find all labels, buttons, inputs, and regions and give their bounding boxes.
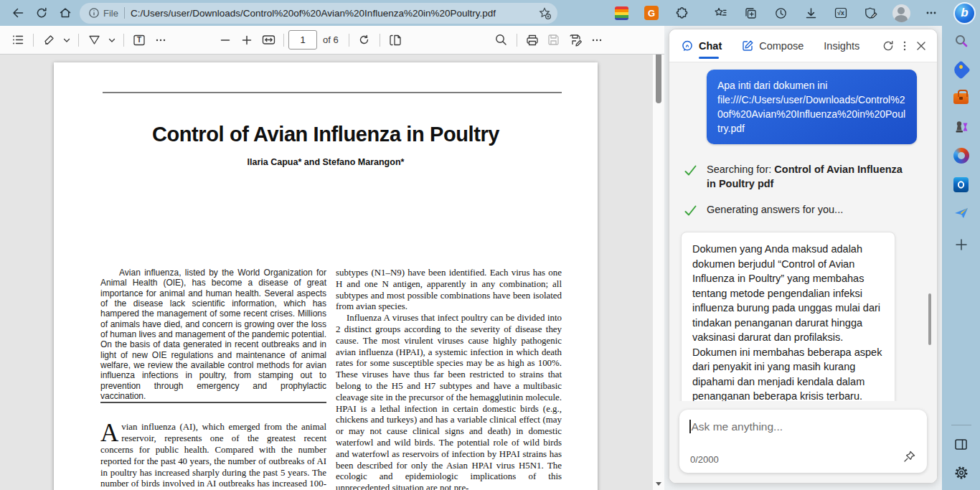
copilot-panel: Chat Compose Insights xyxy=(669,29,938,484)
rail-search-icon[interactable] xyxy=(951,31,972,51)
browser-toolbar: File C:/Users/user/Downloads/Control%20o… xyxy=(0,0,980,26)
erase-draw-icon[interactable] xyxy=(83,29,105,51)
toolbar-extensions: G √x xyxy=(565,2,976,24)
rail-microsoft365-icon[interactable] xyxy=(951,146,972,166)
pdf-canvas[interactable]: Control of Avian Influenza in Poultry Il… xyxy=(0,55,653,490)
pdf-more-icon[interactable] xyxy=(586,29,608,51)
close-panel-icon[interactable] xyxy=(913,35,930,57)
user-message-url: file:///C:/Users/user/Downloads/Control%… xyxy=(717,93,906,136)
rail-settings-gear-icon[interactable] xyxy=(951,463,972,483)
paper-column-left: Avian influenza, listed by the World Org… xyxy=(100,268,326,490)
rail-outlook-icon[interactable] xyxy=(951,174,972,194)
paper-columns: Avian influenza, listed by the World Org… xyxy=(100,268,562,490)
chat-icon xyxy=(681,39,694,52)
chat-input-box[interactable]: Ask me anything... 0/2000 xyxy=(679,410,927,473)
save-as-icon[interactable] xyxy=(565,29,586,51)
toolbar-separator xyxy=(380,34,380,47)
check-icon xyxy=(684,164,697,177)
fit-to-width-icon[interactable] xyxy=(258,29,279,51)
paper-intro-paragraph: Avian influenza (AI), which emerged from… xyxy=(100,422,326,490)
pdf-scrollbar[interactable] xyxy=(653,29,664,490)
downloads-icon[interactable] xyxy=(800,2,821,24)
toolbar-separator xyxy=(283,34,284,47)
tab-insights[interactable]: Insights xyxy=(824,29,859,62)
abstract-rule xyxy=(100,402,326,403)
table-of-contents-icon[interactable] xyxy=(7,29,29,51)
find-in-document-icon[interactable] xyxy=(491,29,512,51)
file-scheme-label: File xyxy=(103,8,118,19)
draw-dropdown-icon[interactable] xyxy=(105,29,119,51)
chat-scrollbar-thumb[interactable] xyxy=(928,293,931,345)
paper-title: Control of Avian Influenza in Poultry xyxy=(83,123,569,146)
scroll-down-icon[interactable] xyxy=(653,479,664,489)
settings-menu-icon[interactable] xyxy=(920,2,942,24)
toolbar-separator xyxy=(517,34,517,47)
add-text-icon[interactable]: T xyxy=(128,29,150,51)
drop-cap: A xyxy=(100,422,121,443)
history-icon[interactable] xyxy=(770,2,791,24)
address-bar[interactable]: File C:/Users/user/Downloads/Control%20o… xyxy=(80,3,557,24)
assistant-answer-card: Dokumen yang Anda maksud adalah dokumen … xyxy=(681,232,895,401)
highlight-dropdown-icon[interactable] xyxy=(60,29,74,51)
pin-icon[interactable] xyxy=(899,446,919,466)
g-extension-icon[interactable]: G xyxy=(641,2,662,24)
rail-customize-sidebar-icon[interactable] xyxy=(951,434,972,454)
refresh-icon[interactable] xyxy=(29,2,53,24)
browser-window: File C:/Users/user/Downloads/Control%20o… xyxy=(0,0,980,490)
colors-extension-icon[interactable] xyxy=(611,2,632,24)
chat-input-placeholder: Ask me anything... xyxy=(692,420,783,433)
rail-divider xyxy=(951,425,971,425)
pdf-toolbar: T of 6 xyxy=(0,26,664,55)
tab-compose[interactable]: Compose xyxy=(742,29,804,62)
rail-messenger-icon[interactable] xyxy=(951,203,972,223)
info-icon xyxy=(88,7,100,19)
address-url[interactable]: C:/Users/user/Downloads/Control%20of%20A… xyxy=(131,8,538,19)
text-cursor xyxy=(689,420,691,433)
bing-copilot-icon[interactable]: b xyxy=(953,2,976,24)
copilot-header: Chat Compose Insights xyxy=(669,29,937,62)
address-divider xyxy=(124,7,125,19)
collections-icon[interactable] xyxy=(740,2,761,24)
refresh-chat-icon[interactable] xyxy=(880,35,896,57)
tab-insights-label: Insights xyxy=(824,40,859,52)
check-icon xyxy=(684,204,697,217)
add-favorite-icon[interactable] xyxy=(538,6,552,20)
rail-tools-icon[interactable] xyxy=(951,88,972,108)
tab-chat-label: Chat xyxy=(699,40,722,52)
pdf-page: Control of Avian Influenza in Poultry Il… xyxy=(54,62,598,490)
save-icon xyxy=(543,29,565,51)
highlight-icon[interactable] xyxy=(38,29,60,51)
rail-add-icon[interactable] xyxy=(951,235,972,255)
annotate-more-icon[interactable] xyxy=(150,29,171,51)
paper-abstract: Avian influenza, listed by the World Org… xyxy=(100,268,326,401)
edge-sidebar-rail xyxy=(942,26,980,490)
print-icon[interactable] xyxy=(522,29,543,51)
rail-shopping-icon[interactable] xyxy=(951,60,972,80)
favorites-icon[interactable] xyxy=(710,2,731,24)
rail-games-icon[interactable] xyxy=(951,117,972,137)
toolbar-separator xyxy=(123,34,124,47)
compose-icon xyxy=(742,39,754,52)
toolbar-separator xyxy=(33,34,34,47)
page-view-icon[interactable] xyxy=(385,29,406,51)
profile-avatar[interactable] xyxy=(890,2,912,24)
math-solver-icon[interactable]: √x xyxy=(830,2,852,24)
paper-column-right: subtypes (N1–N9) have been identified. E… xyxy=(336,268,562,490)
tab-chat[interactable]: Chat xyxy=(681,29,722,62)
user-message-text: Apa inti dari dokumen ini xyxy=(717,78,906,93)
page-number-input[interactable] xyxy=(288,30,317,50)
zoom-out-icon[interactable] xyxy=(215,29,236,51)
home-icon[interactable] xyxy=(53,2,77,24)
zoom-in-icon[interactable] xyxy=(236,29,258,51)
chat-messages: Apa inti dari dokumen ini file:///C:/Use… xyxy=(669,62,937,401)
back-icon[interactable] xyxy=(6,2,29,24)
paper-paragraph: subtypes (N1–N9) have been identified. E… xyxy=(336,268,562,313)
pdf-viewer: T of 6 xyxy=(0,26,664,490)
web-capture-icon[interactable] xyxy=(860,2,882,24)
status-generating: Generating answers for you... xyxy=(681,202,925,217)
rotate-icon[interactable] xyxy=(354,29,375,51)
extensions-puzzle-icon[interactable] xyxy=(671,2,692,24)
status-generating-text: Generating answers for you... xyxy=(707,202,843,217)
paper-authors: Ilaria Capua* and Stefano Marangon* xyxy=(83,157,569,167)
panel-options-icon[interactable] xyxy=(897,35,913,57)
